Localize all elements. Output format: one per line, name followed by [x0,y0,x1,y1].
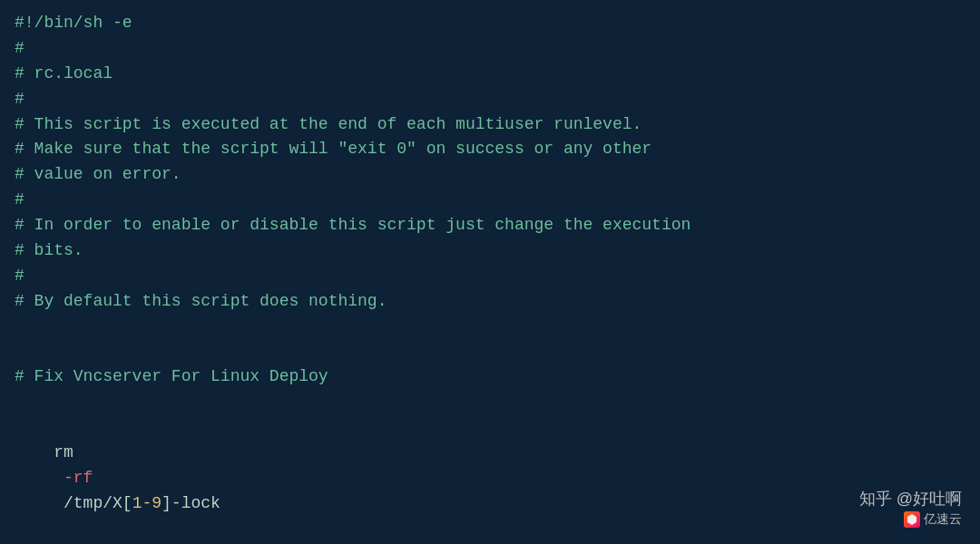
aliyun-icon [904,511,920,528]
empty-line-3 [15,390,965,415]
line-5: # This script is executed at the end of … [15,112,965,138]
rm-keyword-1: rm [54,443,74,461]
rm-path-suffix-1: ]-lock [162,494,220,512]
rm-regex-1: 1-9 [132,494,162,512]
watermark-aliyun-container: 亿速云 [904,511,962,528]
line-8: # [15,188,965,213]
line-rm1: rm -rf /tmp/X[1-9]-lock [15,415,965,541]
line-4: # [15,87,965,112]
empty-line-2 [15,340,965,365]
line-10: # bits. [15,238,965,264]
line-11: # [15,264,965,289]
line-12: # By default this script does nothing. [15,289,965,315]
line-shebang: #!/bin/sh -e [15,11,965,36]
line-7: # value on error. [15,162,965,188]
line-6: # Make sure that the script will "exit 0… [15,137,965,162]
line-9: # In order to enable or disable this scr… [15,213,965,238]
rm-flag-1: -rf [54,469,93,487]
line-3: # rc.local [15,62,965,87]
watermark-container: 知乎 @好吐啊 亿速云 [859,488,962,528]
empty-line-1 [15,315,965,340]
watermark-zhihu-text: 知乎 @好吐啊 [859,488,962,510]
terminal-window: #!/bin/sh -e # # rc.local # # This scrip… [0,0,980,544]
rm-path-prefix-1: /tmp/X[ [54,494,132,512]
watermark-aliyun-text: 亿速云 [924,511,962,528]
line-2: # [15,36,965,62]
line-fix-comment: # Fix Vncserver For Linux Deploy [15,364,965,390]
